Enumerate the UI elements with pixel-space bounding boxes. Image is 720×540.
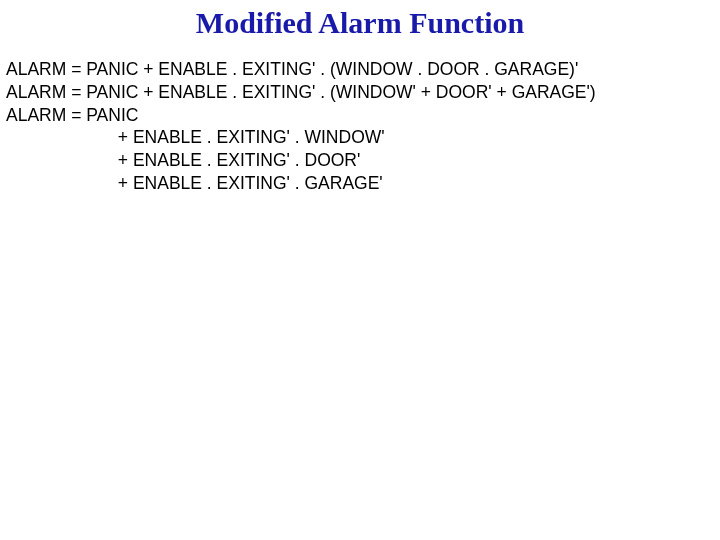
equation-line-5: + ENABLE . EXITING' . DOOR' — [6, 149, 720, 172]
equation-block: ALARM = PANIC + ENABLE . EXITING' . (WIN… — [0, 58, 720, 195]
equation-line-6: + ENABLE . EXITING' . GARAGE' — [6, 172, 720, 195]
equation-line-1: ALARM = PANIC + ENABLE . EXITING' . (WIN… — [6, 58, 720, 81]
equation-line-3: ALARM = PANIC — [6, 104, 720, 127]
page-title: Modified Alarm Function — [0, 0, 720, 58]
equation-line-4: + ENABLE . EXITING' . WINDOW' — [6, 126, 720, 149]
equation-line-2: ALARM = PANIC + ENABLE . EXITING' . (WIN… — [6, 81, 720, 104]
